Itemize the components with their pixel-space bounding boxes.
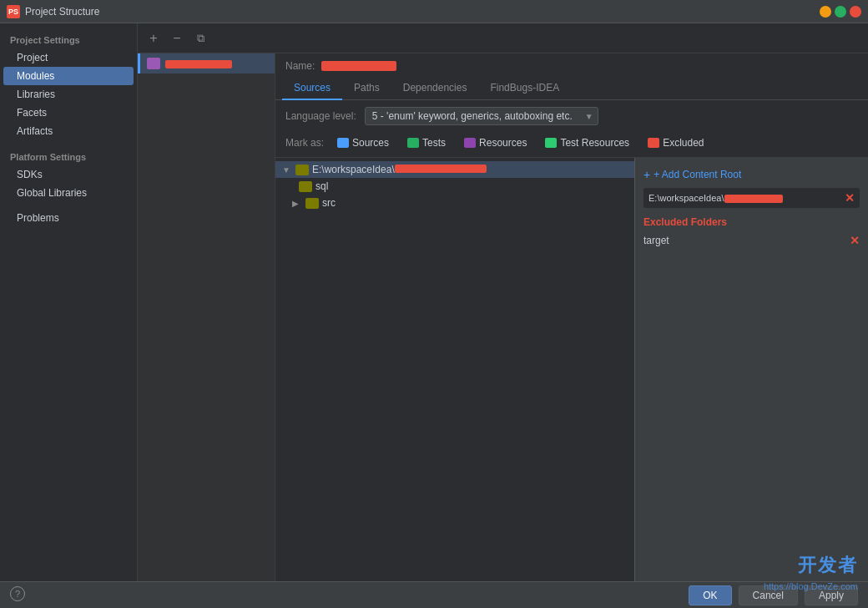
sidebar-item-artifacts[interactable]: Artifacts <box>0 122 137 140</box>
minimize-button[interactable] <box>820 6 831 18</box>
tab-paths[interactable]: Paths <box>342 77 391 100</box>
apply-button[interactable]: Apply <box>805 585 858 605</box>
excluded-folder-item: target ✕ <box>643 231 860 250</box>
module-name <box>165 58 232 69</box>
tree-item-src[interactable]: ▶ src <box>275 195 634 211</box>
title-bar: PS Project Structure <box>0 0 868 23</box>
add-content-root-button[interactable]: + + Add Content Root <box>643 165 860 185</box>
sidebar-item-global-libraries[interactable]: Global Libraries <box>0 184 137 202</box>
src-folder-icon <box>305 198 319 209</box>
module-name-value <box>321 61 396 71</box>
tab-dependencies[interactable]: Dependencies <box>391 77 479 100</box>
platform-settings-title: Platform Settings <box>0 147 137 165</box>
content-area: + − ⧉ Name: <box>138 23 868 581</box>
module-icon <box>147 58 160 69</box>
add-module-button[interactable]: + <box>144 29 163 48</box>
project-settings-title: Project Settings <box>0 30 137 48</box>
cancel-button[interactable]: Cancel <box>739 585 798 605</box>
name-row: Name: <box>275 53 868 77</box>
right-panel: Name: Sources Paths Dependencies FindBug… <box>275 53 868 581</box>
module-list <box>138 53 275 581</box>
content-root-close-button[interactable]: ✕ <box>845 191 855 205</box>
tab-sources[interactable]: Sources <box>282 77 342 100</box>
tree-folder-icon <box>295 165 309 175</box>
plus-icon: + <box>643 168 650 181</box>
sidebar-item-modules[interactable]: Modules <box>3 67 134 85</box>
tabs-row: Sources Paths Dependencies FindBugs-IDEA <box>275 77 868 100</box>
content-root-redacted <box>724 195 783 203</box>
content-split: Name: Sources Paths Dependencies FindBug… <box>138 53 868 581</box>
mark-as-label: Mark as: <box>285 137 324 149</box>
sidebar-item-sdks[interactable]: SDKs <box>0 165 137 184</box>
copy-module-button[interactable]: ⧉ <box>191 29 209 48</box>
language-level-row: Language level: 3 - JDK 1.34 - JDK 1.45 … <box>275 100 868 132</box>
src-toggle-icon: ▶ <box>292 199 302 208</box>
sidebar: Project Settings Project Modules Librari… <box>0 23 138 581</box>
window-controls <box>820 6 861 18</box>
name-label: Name: <box>285 60 315 72</box>
excluded-folder-close-button[interactable]: ✕ <box>850 234 860 247</box>
popup-panel: + + Add Content Root E:\workspaceIdea\ ✕… <box>634 158 868 581</box>
tree-root-item[interactable]: ▼ E:\workspaceIdea\ <box>275 161 634 178</box>
excluded-folders-title: Excluded Folders <box>643 211 860 231</box>
tab-findbugs[interactable]: FindBugs-IDEA <box>478 77 571 100</box>
mark-as-resources-button[interactable]: Resources <box>459 135 532 150</box>
content-root-path: E:\workspaceIdea\ <box>648 193 840 203</box>
tree-toggle-icon: ▼ <box>282 165 292 175</box>
test-resources-folder-icon <box>545 138 557 148</box>
sql-folder-icon <box>299 181 312 192</box>
remove-module-button[interactable]: − <box>168 29 186 48</box>
sidebar-separator <box>0 140 137 147</box>
main-layout: Project Settings Project Modules Librari… <box>0 23 868 581</box>
module-toolbar: + − ⧉ <box>138 23 868 53</box>
mark-as-sources-button[interactable]: Sources <box>332 135 394 150</box>
excluded-folder-icon <box>648 138 659 148</box>
sources-folder-icon <box>337 138 349 148</box>
help-button[interactable]: ? <box>10 586 25 601</box>
maximize-button[interactable] <box>835 6 846 18</box>
tree-item-sql[interactable]: sql <box>275 178 634 195</box>
module-name-redacted <box>165 60 232 68</box>
close-button[interactable] <box>850 6 861 18</box>
sidebar-item-libraries[interactable]: Libraries <box>0 85 137 104</box>
sources-area: ▼ E:\workspaceIdea\ sql <box>275 157 868 581</box>
title-bar-text: Project Structure <box>25 6 815 18</box>
sidebar-separator-2 <box>0 202 137 209</box>
mark-as-row: Mark as: Sources Tests Resources <box>275 132 868 157</box>
tree-sql-label: sql <box>315 180 328 192</box>
tree-src-label: src <box>322 197 336 209</box>
sidebar-item-project[interactable]: Project <box>0 48 137 67</box>
mark-as-tests-button[interactable]: Tests <box>402 135 451 150</box>
language-level-select[interactable]: 3 - JDK 1.34 - JDK 1.45 - 'enum' keyword… <box>365 107 598 125</box>
resources-folder-icon <box>464 138 476 148</box>
content-root-item: E:\workspaceIdea\ ✕ <box>643 188 860 208</box>
file-tree: ▼ E:\workspaceIdea\ sql <box>275 158 634 581</box>
app-icon: PS <box>7 5 20 18</box>
language-level-wrapper: 3 - JDK 1.34 - JDK 1.45 - 'enum' keyword… <box>365 107 598 125</box>
mark-as-excluded-button[interactable]: Excluded <box>643 135 709 150</box>
ok-button[interactable]: OK <box>689 585 731 605</box>
bottom-bar: OK Cancel Apply <box>0 581 868 608</box>
sidebar-item-problems[interactable]: Problems <box>0 209 137 227</box>
tree-root-path: E:\workspaceIdea\ <box>312 164 487 175</box>
mark-as-test-resources-button[interactable]: Test Resources <box>540 135 634 150</box>
tests-folder-icon <box>407 138 419 148</box>
language-level-label: Language level: <box>285 110 356 122</box>
module-item[interactable] <box>138 53 275 73</box>
excluded-folder-name: target <box>643 235 669 246</box>
tree-root-name-redacted <box>395 165 487 173</box>
sidebar-item-facets[interactable]: Facets <box>0 104 137 122</box>
